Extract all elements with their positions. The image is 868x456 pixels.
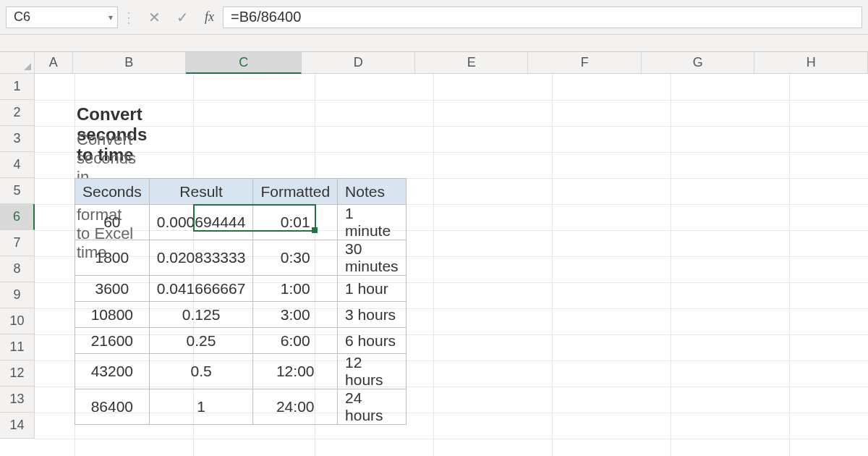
fx-icon[interactable]: fx (205, 9, 214, 25)
row-header-2[interactable]: 2 (0, 100, 34, 126)
row-header-11[interactable]: 11 (0, 334, 34, 360)
row-header-10[interactable]: 10 (0, 308, 34, 334)
cell-result[interactable]: 0.125 (149, 302, 253, 328)
cell-notes[interactable]: 1 minute (338, 205, 407, 240)
header-result[interactable]: Result (149, 179, 253, 205)
data-table: Seconds Result Formatted Notes 600.00069… (75, 178, 407, 425)
cell-notes[interactable]: 12 hours (338, 354, 407, 389)
formula-bar-row: C6 ▾ ⋮ ✕ ✓ fx =B6/86400 (0, 0, 868, 35)
col-header-F[interactable]: F (528, 52, 642, 73)
table-row: 600.0006944440:011 minute (75, 205, 407, 240)
table-row: 216000.256:006 hours (75, 328, 407, 354)
cell-formatted[interactable]: 1:00 (253, 276, 338, 302)
row-header-6[interactable]: 6 (0, 204, 35, 230)
cell-seconds[interactable]: 60 (75, 205, 150, 240)
header-formatted[interactable]: Formatted (253, 179, 338, 205)
col-header-A[interactable]: A (35, 52, 73, 73)
row-header-3[interactable]: 3 (0, 126, 34, 152)
cell-formatted[interactable]: 0:01 (253, 205, 338, 240)
cell-result[interactable]: 0.5 (149, 354, 253, 389)
name-box-dropdown-icon[interactable]: ▾ (109, 12, 113, 22)
row-header-8[interactable]: 8 (0, 256, 34, 282)
formula-text: =B6/86400 (231, 9, 301, 25)
spreadsheet: ABCDEFGH 1234567891011121314 Convert sec… (0, 52, 868, 456)
cell-result[interactable]: 0.041666667 (149, 276, 253, 302)
header-notes[interactable]: Notes (338, 179, 407, 205)
table-row: 86400124:0024 hours (75, 389, 407, 425)
enter-icon[interactable]: ✓ (176, 9, 189, 26)
cell-formatted[interactable]: 6:00 (253, 328, 338, 354)
header-seconds[interactable]: Seconds (75, 179, 150, 205)
cell-notes[interactable]: 30 minutes (338, 240, 407, 276)
col-header-C[interactable]: C (186, 52, 302, 74)
name-box-value: C6 (14, 9, 30, 25)
select-all-corner[interactable] (0, 52, 35, 74)
cell-seconds[interactable]: 3600 (75, 276, 150, 302)
table-row: 432000.512:0012 hours (75, 354, 407, 389)
formula-bar-buttons: ✕ ✓ fx (140, 9, 223, 26)
row-header-1[interactable]: 1 (0, 74, 34, 100)
col-header-D[interactable]: D (302, 52, 415, 73)
formula-bar-separator-icon: ⋮ (118, 9, 140, 26)
row-headers: 1234567891011121314 (0, 74, 35, 439)
cell-result[interactable]: 1 (149, 389, 253, 425)
name-box[interactable]: C6 ▾ (6, 7, 118, 28)
cancel-icon[interactable]: ✕ (148, 9, 161, 26)
row-header-9[interactable]: 9 (0, 282, 34, 308)
cell-notes[interactable]: 6 hours (338, 328, 407, 354)
cell-formatted[interactable]: 24:00 (253, 389, 338, 425)
cell-seconds[interactable]: 1800 (75, 240, 150, 276)
table-row: 108000.1253:003 hours (75, 302, 407, 328)
col-header-H[interactable]: H (754, 52, 868, 73)
cell-formatted[interactable]: 12:00 (253, 354, 338, 389)
cell-notes[interactable]: 24 hours (338, 389, 407, 425)
row-header-4[interactable]: 4 (0, 152, 34, 178)
cell-result[interactable]: 0.020833333 (149, 240, 253, 276)
col-header-B[interactable]: B (73, 52, 187, 73)
ribbon-gap (0, 35, 868, 52)
table-header-row: Seconds Result Formatted Notes (75, 179, 407, 205)
cell-result[interactable]: 0.25 (149, 328, 253, 354)
formula-input[interactable]: =B6/86400 (223, 7, 862, 28)
cell-seconds[interactable]: 86400 (75, 389, 150, 425)
table-row: 18000.0208333330:3030 minutes (75, 240, 407, 276)
cell-result[interactable]: 0.000694444 (149, 205, 253, 240)
cell-notes[interactable]: 3 hours (338, 302, 407, 328)
row-header-13[interactable]: 13 (0, 387, 34, 413)
cell-formatted[interactable]: 0:30 (253, 240, 338, 276)
row-header-12[interactable]: 12 (0, 360, 34, 387)
cell-seconds[interactable]: 21600 (75, 328, 150, 354)
row-header-7[interactable]: 7 (0, 230, 34, 256)
col-header-G[interactable]: G (642, 52, 755, 73)
table-row: 36000.0416666671:001 hour (75, 276, 407, 302)
cell-notes[interactable]: 1 hour (338, 276, 407, 302)
cell-formatted[interactable]: 3:00 (253, 302, 338, 328)
row-header-14[interactable]: 14 (0, 413, 34, 439)
row-header-5[interactable]: 5 (0, 178, 34, 204)
cell-seconds[interactable]: 43200 (75, 354, 150, 389)
col-header-E[interactable]: E (415, 52, 529, 73)
cell-seconds[interactable]: 10800 (75, 302, 150, 328)
column-headers: ABCDEFGH (35, 52, 868, 74)
